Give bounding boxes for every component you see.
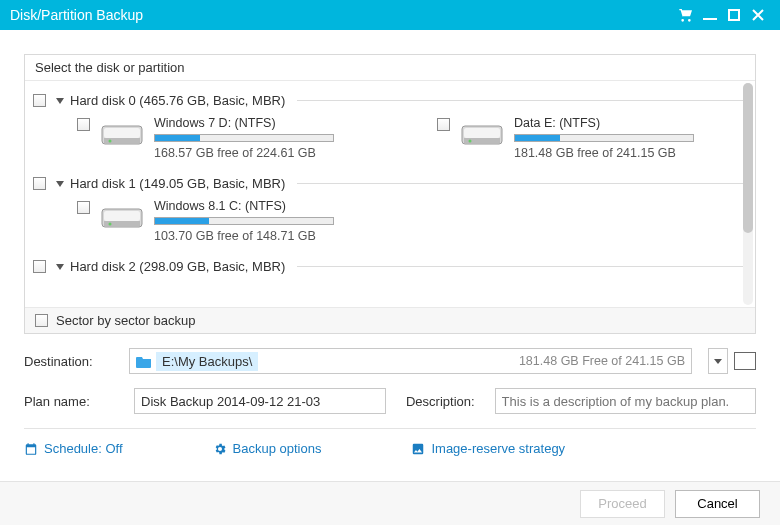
disk-header[interactable]: Hard disk 2 (298.09 GB, Basic, MBR) bbox=[33, 257, 745, 276]
footer-bar: Proceed Cancel bbox=[0, 481, 780, 525]
destination-path: E:\My Backups\ bbox=[156, 352, 258, 371]
collapse-caret-icon[interactable] bbox=[56, 98, 64, 104]
svg-rect-1 bbox=[729, 10, 739, 20]
title-bar: Disk/Partition Backup bbox=[0, 0, 780, 30]
svg-point-5 bbox=[109, 140, 112, 143]
sector-backup-row[interactable]: Sector by sector backup bbox=[25, 307, 755, 333]
image-reserve-label: Image-reserve strategy bbox=[431, 441, 565, 456]
plan-name-label: Plan name: bbox=[24, 394, 114, 409]
svg-rect-3 bbox=[104, 128, 140, 138]
backup-options-link[interactable]: Backup options bbox=[213, 441, 322, 456]
destination-row: Destination: E:\My Backups\ 181.48 GB Fr… bbox=[24, 348, 756, 374]
cancel-button[interactable]: Cancel bbox=[675, 490, 760, 518]
disk-checkbox[interactable] bbox=[33, 94, 46, 107]
partition-checkbox[interactable] bbox=[437, 118, 450, 131]
image-reserve-link[interactable]: Image-reserve strategy bbox=[411, 441, 565, 456]
drive-icon bbox=[100, 120, 144, 154]
sector-checkbox[interactable] bbox=[35, 314, 48, 327]
disk-label: Hard disk 2 (298.09 GB, Basic, MBR) bbox=[70, 259, 285, 274]
disk-checkbox[interactable] bbox=[33, 260, 46, 273]
browse-button[interactable] bbox=[734, 352, 756, 370]
schedule-link[interactable]: Schedule: Off bbox=[24, 441, 123, 456]
drive-icon bbox=[100, 203, 144, 237]
destination-input[interactable]: E:\My Backups\ 181.48 GB Free of 241.15 … bbox=[129, 348, 692, 374]
partition-item[interactable]: Data E: (NTFS) 181.48 GB free of 241.15 … bbox=[437, 116, 717, 160]
destination-dropdown-button[interactable] bbox=[708, 348, 728, 374]
gear-icon bbox=[213, 442, 227, 456]
panel-header: Select the disk or partition bbox=[25, 55, 755, 81]
disk-group: Hard disk 2 (298.09 GB, Basic, MBR) bbox=[33, 257, 745, 276]
svg-point-13 bbox=[109, 223, 112, 226]
minimize-icon[interactable] bbox=[698, 3, 722, 27]
partition-name: Windows 7 D: (NTFS) bbox=[154, 116, 334, 130]
backup-options-label: Backup options bbox=[233, 441, 322, 456]
partition-name: Data E: (NTFS) bbox=[514, 116, 694, 130]
disk-header[interactable]: Hard disk 1 (149.05 GB, Basic, MBR) bbox=[33, 174, 745, 193]
usage-bar bbox=[154, 217, 334, 225]
usage-bar bbox=[154, 134, 334, 142]
svg-rect-11 bbox=[104, 211, 140, 221]
partition-free: 168.57 GB free of 224.61 GB bbox=[154, 146, 334, 160]
folder-icon bbox=[136, 355, 152, 368]
description-label: Description: bbox=[406, 394, 475, 409]
sector-backup-label: Sector by sector backup bbox=[56, 313, 195, 328]
disk-checkbox[interactable] bbox=[33, 177, 46, 190]
description-input[interactable] bbox=[495, 388, 756, 414]
panel-header-label: Select the disk or partition bbox=[35, 60, 185, 75]
partition-free: 103.70 GB free of 148.71 GB bbox=[154, 229, 334, 243]
proceed-button: Proceed bbox=[580, 490, 665, 518]
disk-label: Hard disk 1 (149.05 GB, Basic, MBR) bbox=[70, 176, 285, 191]
disk-selection-panel: Select the disk or partition Hard disk 0… bbox=[24, 54, 756, 334]
scroll-thumb[interactable] bbox=[743, 83, 753, 233]
options-row: Schedule: Off Backup options Image-reser… bbox=[24, 441, 756, 456]
svg-point-9 bbox=[469, 140, 472, 143]
maximize-icon[interactable] bbox=[722, 3, 746, 27]
partition-name: Windows 8.1 C: (NTFS) bbox=[154, 199, 334, 213]
usage-bar bbox=[514, 134, 694, 142]
collapse-caret-icon[interactable] bbox=[56, 264, 64, 270]
plan-name-input[interactable] bbox=[134, 388, 386, 414]
disk-label: Hard disk 0 (465.76 GB, Basic, MBR) bbox=[70, 93, 285, 108]
plan-row: Plan name: Description: bbox=[24, 388, 756, 414]
disk-header[interactable]: Hard disk 0 (465.76 GB, Basic, MBR) bbox=[33, 91, 745, 110]
partition-free: 181.48 GB free of 241.15 GB bbox=[514, 146, 694, 160]
schedule-label: Schedule: Off bbox=[44, 441, 123, 456]
disk-group: Hard disk 1 (149.05 GB, Basic, MBR) Wind… bbox=[33, 174, 745, 253]
partition-item[interactable]: Windows 8.1 C: (NTFS) 103.70 GB free of … bbox=[77, 199, 357, 243]
scrollbar[interactable] bbox=[743, 83, 753, 305]
image-icon bbox=[411, 442, 425, 456]
calendar-icon bbox=[24, 442, 38, 456]
partition-checkbox[interactable] bbox=[77, 118, 90, 131]
cart-icon[interactable] bbox=[674, 3, 698, 27]
close-icon[interactable] bbox=[746, 3, 770, 27]
chevron-down-icon bbox=[714, 359, 722, 364]
svg-rect-0 bbox=[703, 18, 717, 20]
destination-label: Destination: bbox=[24, 354, 119, 369]
destination-free: 181.48 GB Free of 241.15 GB bbox=[519, 354, 685, 368]
disk-group: Hard disk 0 (465.76 GB, Basic, MBR) Wind… bbox=[33, 91, 745, 170]
window-title: Disk/Partition Backup bbox=[10, 7, 143, 23]
drive-icon bbox=[460, 120, 504, 154]
svg-rect-7 bbox=[464, 128, 500, 138]
partition-item[interactable]: Windows 7 D: (NTFS) 168.57 GB free of 22… bbox=[77, 116, 357, 160]
partition-checkbox[interactable] bbox=[77, 201, 90, 214]
collapse-caret-icon[interactable] bbox=[56, 181, 64, 187]
